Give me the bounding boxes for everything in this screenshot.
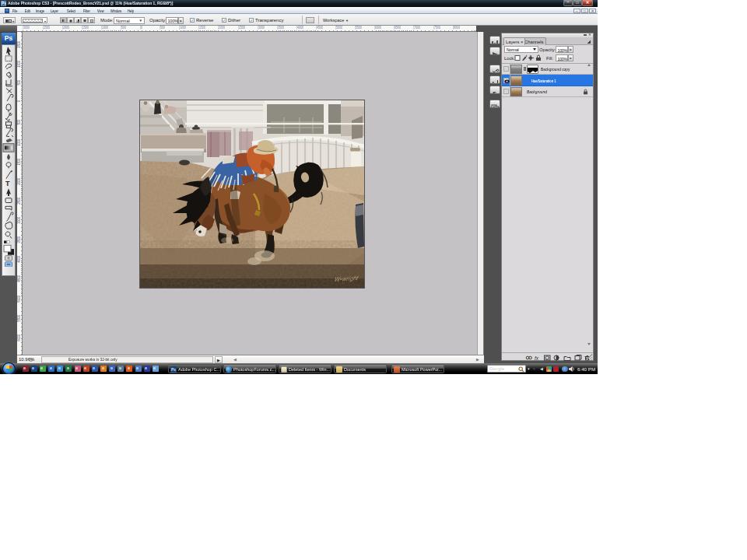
svg-text:T: T bbox=[5, 180, 10, 188]
svg-text:¶: ¶ bbox=[493, 90, 496, 95]
svg-text:fx: fx bbox=[535, 355, 539, 361]
svg-text:A: A bbox=[491, 80, 496, 84]
